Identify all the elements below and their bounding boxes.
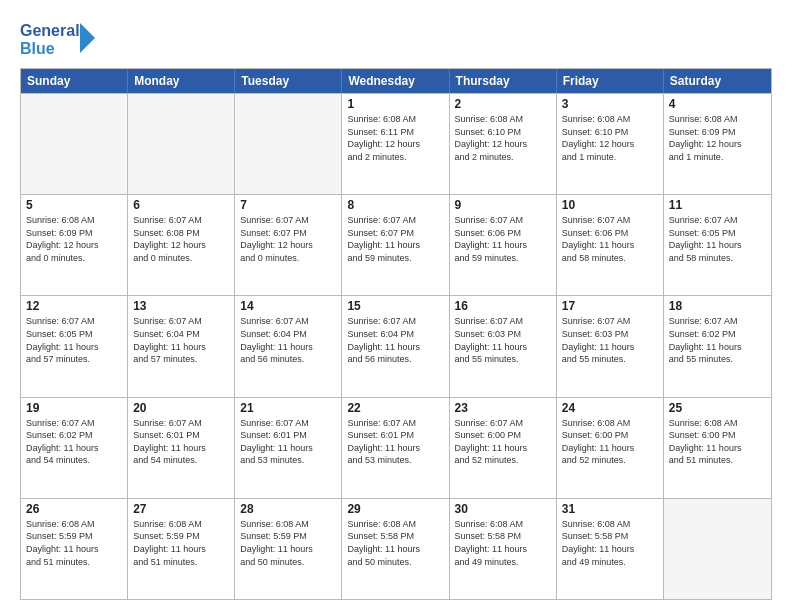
day-info: Sunrise: 6:07 AM Sunset: 6:02 PM Dayligh… [669,315,766,365]
day-info: Sunrise: 6:07 AM Sunset: 6:01 PM Dayligh… [240,417,336,467]
day-number: 4 [669,97,766,111]
calendar-cell: 2Sunrise: 6:08 AM Sunset: 6:10 PM Daylig… [450,94,557,194]
day-info: Sunrise: 6:08 AM Sunset: 6:11 PM Dayligh… [347,113,443,163]
day-info: Sunrise: 6:07 AM Sunset: 6:07 PM Dayligh… [347,214,443,264]
day-number: 26 [26,502,122,516]
day-number: 21 [240,401,336,415]
day-number: 6 [133,198,229,212]
day-info: Sunrise: 6:07 AM Sunset: 6:04 PM Dayligh… [240,315,336,365]
day-number: 9 [455,198,551,212]
day-number: 7 [240,198,336,212]
calendar-cell: 16Sunrise: 6:07 AM Sunset: 6:03 PM Dayli… [450,296,557,396]
calendar-week: 26Sunrise: 6:08 AM Sunset: 5:59 PM Dayli… [21,498,771,599]
day-number: 16 [455,299,551,313]
day-info: Sunrise: 6:08 AM Sunset: 6:09 PM Dayligh… [669,113,766,163]
calendar-header-cell: Friday [557,69,664,93]
calendar-cell: 22Sunrise: 6:07 AM Sunset: 6:01 PM Dayli… [342,398,449,498]
day-info: Sunrise: 6:08 AM Sunset: 6:10 PM Dayligh… [455,113,551,163]
calendar-week: 12Sunrise: 6:07 AM Sunset: 6:05 PM Dayli… [21,295,771,396]
day-number: 14 [240,299,336,313]
calendar-cell: 11Sunrise: 6:07 AM Sunset: 6:05 PM Dayli… [664,195,771,295]
calendar-header-cell: Wednesday [342,69,449,93]
day-info: Sunrise: 6:08 AM Sunset: 6:09 PM Dayligh… [26,214,122,264]
day-number: 11 [669,198,766,212]
day-number: 19 [26,401,122,415]
day-number: 28 [240,502,336,516]
day-info: Sunrise: 6:07 AM Sunset: 6:07 PM Dayligh… [240,214,336,264]
day-number: 13 [133,299,229,313]
day-number: 5 [26,198,122,212]
calendar-cell: 21Sunrise: 6:07 AM Sunset: 6:01 PM Dayli… [235,398,342,498]
calendar-cell: 18Sunrise: 6:07 AM Sunset: 6:02 PM Dayli… [664,296,771,396]
calendar-header-cell: Monday [128,69,235,93]
calendar-cell: 24Sunrise: 6:08 AM Sunset: 6:00 PM Dayli… [557,398,664,498]
calendar-cell: 4Sunrise: 6:08 AM Sunset: 6:09 PM Daylig… [664,94,771,194]
calendar-cell [21,94,128,194]
day-info: Sunrise: 6:08 AM Sunset: 5:59 PM Dayligh… [133,518,229,568]
day-info: Sunrise: 6:08 AM Sunset: 6:00 PM Dayligh… [669,417,766,467]
calendar-cell: 6Sunrise: 6:07 AM Sunset: 6:08 PM Daylig… [128,195,235,295]
calendar-header-cell: Saturday [664,69,771,93]
calendar-header-row: SundayMondayTuesdayWednesdayThursdayFrid… [21,69,771,93]
calendar-cell: 1Sunrise: 6:08 AM Sunset: 6:11 PM Daylig… [342,94,449,194]
calendar-cell: 26Sunrise: 6:08 AM Sunset: 5:59 PM Dayli… [21,499,128,599]
calendar-cell: 14Sunrise: 6:07 AM Sunset: 6:04 PM Dayli… [235,296,342,396]
calendar-header-cell: Sunday [21,69,128,93]
day-number: 10 [562,198,658,212]
calendar-cell: 15Sunrise: 6:07 AM Sunset: 6:04 PM Dayli… [342,296,449,396]
day-number: 3 [562,97,658,111]
day-info: Sunrise: 6:07 AM Sunset: 6:08 PM Dayligh… [133,214,229,264]
calendar-cell: 31Sunrise: 6:08 AM Sunset: 5:58 PM Dayli… [557,499,664,599]
day-number: 18 [669,299,766,313]
svg-text:General: General [20,22,80,39]
day-info: Sunrise: 6:07 AM Sunset: 6:05 PM Dayligh… [669,214,766,264]
day-info: Sunrise: 6:07 AM Sunset: 6:06 PM Dayligh… [562,214,658,264]
logo: GeneralBlue [20,18,100,58]
day-info: Sunrise: 6:08 AM Sunset: 6:10 PM Dayligh… [562,113,658,163]
day-info: Sunrise: 6:08 AM Sunset: 5:58 PM Dayligh… [562,518,658,568]
day-number: 24 [562,401,658,415]
day-number: 8 [347,198,443,212]
day-number: 22 [347,401,443,415]
day-info: Sunrise: 6:07 AM Sunset: 6:05 PM Dayligh… [26,315,122,365]
day-info: Sunrise: 6:07 AM Sunset: 6:00 PM Dayligh… [455,417,551,467]
header: GeneralBlue [20,18,772,58]
day-info: Sunrise: 6:07 AM Sunset: 6:01 PM Dayligh… [347,417,443,467]
calendar-header-cell: Tuesday [235,69,342,93]
day-number: 17 [562,299,658,313]
day-number: 2 [455,97,551,111]
day-info: Sunrise: 6:08 AM Sunset: 6:00 PM Dayligh… [562,417,658,467]
calendar-cell: 7Sunrise: 6:07 AM Sunset: 6:07 PM Daylig… [235,195,342,295]
calendar-cell: 9Sunrise: 6:07 AM Sunset: 6:06 PM Daylig… [450,195,557,295]
calendar-header-cell: Thursday [450,69,557,93]
day-info: Sunrise: 6:08 AM Sunset: 5:58 PM Dayligh… [347,518,443,568]
day-info: Sunrise: 6:07 AM Sunset: 6:03 PM Dayligh… [455,315,551,365]
calendar-cell [128,94,235,194]
calendar-cell: 10Sunrise: 6:07 AM Sunset: 6:06 PM Dayli… [557,195,664,295]
calendar-cell: 28Sunrise: 6:08 AM Sunset: 5:59 PM Dayli… [235,499,342,599]
calendar-cell: 17Sunrise: 6:07 AM Sunset: 6:03 PM Dayli… [557,296,664,396]
calendar-week: 19Sunrise: 6:07 AM Sunset: 6:02 PM Dayli… [21,397,771,498]
calendar-cell: 29Sunrise: 6:08 AM Sunset: 5:58 PM Dayli… [342,499,449,599]
calendar-cell: 8Sunrise: 6:07 AM Sunset: 6:07 PM Daylig… [342,195,449,295]
calendar: SundayMondayTuesdayWednesdayThursdayFrid… [20,68,772,600]
day-info: Sunrise: 6:07 AM Sunset: 6:06 PM Dayligh… [455,214,551,264]
calendar-cell [235,94,342,194]
day-info: Sunrise: 6:07 AM Sunset: 6:02 PM Dayligh… [26,417,122,467]
calendar-cell: 5Sunrise: 6:08 AM Sunset: 6:09 PM Daylig… [21,195,128,295]
svg-marker-2 [80,23,95,53]
day-number: 20 [133,401,229,415]
calendar-cell: 19Sunrise: 6:07 AM Sunset: 6:02 PM Dayli… [21,398,128,498]
calendar-cell: 12Sunrise: 6:07 AM Sunset: 6:05 PM Dayli… [21,296,128,396]
calendar-cell [664,499,771,599]
calendar-cell: 13Sunrise: 6:07 AM Sunset: 6:04 PM Dayli… [128,296,235,396]
day-number: 12 [26,299,122,313]
day-number: 30 [455,502,551,516]
calendar-cell: 20Sunrise: 6:07 AM Sunset: 6:01 PM Dayli… [128,398,235,498]
day-info: Sunrise: 6:08 AM Sunset: 5:59 PM Dayligh… [240,518,336,568]
calendar-week: 5Sunrise: 6:08 AM Sunset: 6:09 PM Daylig… [21,194,771,295]
day-info: Sunrise: 6:07 AM Sunset: 6:01 PM Dayligh… [133,417,229,467]
day-number: 25 [669,401,766,415]
svg-text:Blue: Blue [20,40,55,57]
calendar-body: 1Sunrise: 6:08 AM Sunset: 6:11 PM Daylig… [21,93,771,599]
